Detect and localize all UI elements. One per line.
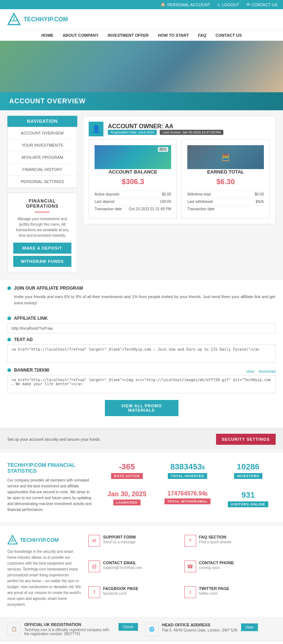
stats-section: TECHHYIP.COM FINANCIAL STATISTICS Our co…	[0, 453, 283, 522]
earned-card-amount: $6.30	[187, 178, 264, 186]
nav-investment[interactable]: INVESTMENT OFFER	[108, 33, 149, 37]
stat-withdrawal-value: 174764576.94$	[160, 490, 215, 497]
support-form-title: SUPPORT FORM	[103, 535, 136, 539]
contact-icon: ✉	[247, 2, 250, 7]
personal-account-label: PERSONAL ACCOUNT	[167, 3, 210, 7]
sidebar-nav-header: NAVIGATION	[7, 116, 77, 127]
nav-how[interactable]: HOW TO START	[158, 33, 189, 37]
contact-email-sub: support@TechHyip.com	[103, 566, 142, 570]
financial-operations: FINANCIAL OPERATIONS Manage your investm…	[7, 193, 77, 273]
contact-phone-text: CONTACT PHONE coming soon	[199, 561, 234, 570]
facebook-icon: f	[88, 586, 100, 598]
banner-input[interactable]	[7, 375, 276, 393]
sidebar: NAVIGATION ACCOUNT OVERVIEW YOUR INVESTM…	[7, 116, 77, 273]
account-owner-box: 👤 ACCOUNT OWNER: AA Registration Date: J…	[83, 116, 276, 224]
facebook-text: FACEBOOK PAGE facebook.com/	[103, 586, 138, 595]
contact-us-link[interactable]: ✉ CONTACT US	[247, 2, 278, 7]
stats-title: TECHHYIP.COM FINANCIAL STATISTICS	[7, 462, 92, 474]
faq-icon: ?	[184, 535, 196, 547]
logo[interactable]: TECHHYIP.COM	[7, 13, 68, 26]
sidebar-item-history[interactable]: FINANCIAL HISTORY	[8, 164, 77, 176]
view-promo-button[interactable]: VIEW ALL PROMO MATERIALS	[105, 400, 178, 416]
head-office-text-block: HEAD OFFICE ADDRESS Flat 6, 48/49 Queens…	[162, 623, 238, 632]
balance-card-title: ACCOUNT BALANCE	[95, 169, 171, 175]
security-text: Set up your account security and secure …	[7, 437, 101, 441]
sidebar-item-settings[interactable]: PERSONAL SETTINGS	[8, 176, 77, 188]
banner-download-link[interactable]: download	[258, 369, 276, 373]
last-withdrawal-value: $N/A	[256, 200, 264, 204]
affiliate-link-header: AFFILIATE LINK	[7, 316, 276, 321]
stat-launched: Jan 30, 2025 LAUNCHED	[99, 490, 155, 513]
account-banner: ACCOUNT OVERVIEW	[0, 92, 283, 110]
footer-logo-col: TECHHYIP.COM Our knowledge in the securi…	[7, 535, 81, 608]
logout-link[interactable]: ⎋ LOGOUT	[217, 3, 239, 7]
main-content: NAVIGATION ACCOUNT OVERVIEW YOUR INVESTM…	[0, 110, 283, 278]
page-title: ACCOUNT OVERVIEW	[9, 97, 274, 105]
financial-ops-divider	[35, 212, 50, 212]
sidebar-item-account-overview[interactable]: ACCOUNT OVERVIEW	[8, 127, 77, 139]
head-office-text: Flat 6, 48/49 Queens Gate, London, SW7 5…	[162, 628, 238, 632]
footer-logo-icon	[7, 535, 18, 545]
footer-about-text: Our knowledge in the security and smart …	[7, 549, 81, 608]
stat-investors-label: INVESTORS	[234, 473, 262, 479]
active-deposits-label: Active deposits	[95, 192, 119, 196]
stat-investors-value: 10286	[220, 462, 276, 472]
nav-about[interactable]: ABOUT COMPANY	[63, 33, 99, 37]
earned-transaction-date-row: Transaction date	[187, 205, 264, 212]
dot-4-icon	[7, 368, 11, 372]
header: TECHHYIP.COM	[0, 9, 283, 30]
nav-home[interactable]: HOME	[41, 33, 53, 37]
text-ad-input[interactable]	[7, 344, 276, 363]
view-button[interactable]: View	[241, 623, 258, 631]
nav-faq[interactable]: FAQ	[198, 33, 206, 37]
affiliate-link-label: AFFILIATE LINK	[14, 316, 48, 321]
withdrew-row: Withdrew total $0.00	[187, 190, 264, 198]
stat-days-label: DAYS ACTIVE	[111, 473, 143, 479]
reg-date-badge: Registration Date: Jul-8-2023	[108, 130, 157, 135]
check-button[interactable]: Check	[118, 623, 138, 631]
stat-invested-value: 8383453$	[160, 462, 215, 472]
faq-text: FAQ SECTION Find a quick answer	[199, 535, 232, 544]
affiliate-link-block: AFFILIATE LINK TEXT AD BANNER 728X90 vie…	[0, 316, 283, 427]
contact-phone-title: CONTACT PHONE	[199, 561, 234, 565]
balance-card: ACCOUNT BALANCE $306.3 Active deposits $…	[89, 139, 177, 218]
balance-cards: ACCOUNT BALANCE $306.3 Active deposits $…	[89, 139, 270, 218]
stats-left: TECHHYIP.COM FINANCIAL STATISTICS Our co…	[7, 462, 92, 513]
earned-card-title: EARNED TOTAL	[187, 169, 264, 175]
twitter-sub: twitter.com/	[199, 591, 229, 595]
registration-text: TechHyip.com is a officially registered …	[24, 628, 115, 636]
nav-contact[interactable]: CONTACT US	[216, 33, 242, 37]
banner-label: BANNER 728X90	[14, 368, 49, 373]
support-form-sub: Send us a message	[103, 540, 136, 544]
sidebar-item-investments[interactable]: YOUR INVESTMENTS	[8, 139, 77, 151]
dot-3-icon	[7, 338, 11, 341]
email-icon: @	[88, 561, 100, 572]
banner-view-link[interactable]: view	[246, 369, 254, 373]
personal-account-link[interactable]: 🏠 PERSONAL ACCOUNT	[160, 2, 210, 7]
affiliate-link-input[interactable]	[7, 323, 276, 333]
withdraw-funds-button[interactable]: WITHDRAW FUNDS	[13, 256, 71, 267]
main-nav: HOME ABOUT COMPANY INVESTMENT OFFER HOW …	[0, 30, 283, 41]
text-ad-label: TEXT AD	[14, 337, 33, 342]
stat-total-invested: 8383453$ TOTAL INVESTED	[160, 462, 215, 485]
stat-days-value: -365	[99, 462, 155, 472]
make-deposit-button[interactable]: MAKE A DEPOSIT	[13, 243, 71, 254]
security-settings-button[interactable]: SECURITY SETTINGS	[216, 434, 276, 445]
footer-logo: TECHHYIP.COM	[7, 535, 81, 545]
stat-launched-label: LAUNCHED	[113, 500, 141, 505]
logout-icon: ⎋	[217, 3, 220, 7]
footer-twitter: t TWITTER PAGE twitter.com/	[184, 586, 276, 608]
registration-title: OFFICIAL UK REGISTRATION	[24, 622, 115, 627]
earned-transaction-date-label: Transaction date	[187, 207, 215, 211]
faq-title: FAQ SECTION	[199, 535, 232, 539]
footer-logo-text: TECHHYIP.COM	[20, 537, 59, 543]
stat-invested-label: TOTAL INVESTED	[168, 473, 207, 479]
footer-bottom: Terms of Service | Privacy Policy | Anti…	[0, 641, 283, 644]
stat-visitors-value: 931	[220, 490, 276, 500]
join-affiliate-header: JOIN OUR AFFILIATE PROGRAM	[7, 286, 276, 291]
account-main: 👤 ACCOUNT OWNER: AA Registration Date: J…	[83, 116, 276, 273]
balance-card-amount: $306.3	[95, 178, 171, 186]
financial-ops-title: FINANCIAL OPERATIONS	[13, 198, 71, 209]
sidebar-item-affiliate[interactable]: AFFILIATE PROGRAM	[8, 151, 77, 164]
withdrew-value: $0.00	[255, 192, 264, 196]
